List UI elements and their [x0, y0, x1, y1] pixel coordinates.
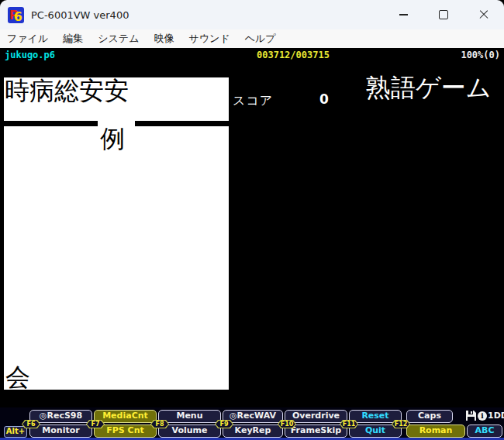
minimize-button[interactable]	[383, 0, 423, 29]
field-divider-left	[4, 121, 98, 126]
tape-counter: 003712/003715	[257, 50, 330, 60]
button-fpscnt[interactable]: FPS Cnt	[94, 425, 157, 438]
button-overdrive[interactable]: Overdrive	[285, 410, 347, 423]
score-value: 0	[319, 91, 329, 107]
close-icon	[479, 10, 488, 19]
fkey-badge-f8: F8	[150, 420, 169, 428]
menu-item-file[interactable]: ファイル	[7, 32, 48, 46]
button-recs98[interactable]: ◎RecS98	[29, 410, 92, 423]
game-screen: 時病総安安 例 会 スコア 0 熟語ゲーム	[0, 64, 504, 407]
maximize-icon	[439, 10, 448, 19]
alt-key-indicator[interactable]: Alt+	[4, 426, 27, 438]
menu-item-edit[interactable]: 編集	[63, 32, 83, 46]
menu-item-sound[interactable]: サウンド	[188, 32, 230, 46]
button-reset[interactable]: Reset	[349, 410, 402, 423]
button-caps[interactable]: Caps	[406, 410, 453, 423]
emulator-status-bar: jukugo.p6 003712/003715 100%(0)	[0, 48, 504, 64]
fkey-badge-f11: F11	[340, 420, 358, 428]
field-divider-right	[135, 121, 229, 126]
drive-indicator-icon	[478, 411, 487, 421]
window-controls	[383, 0, 504, 29]
game-title: 熟語ゲーム	[366, 74, 492, 101]
button-volume[interactable]: Volume	[158, 425, 221, 438]
drive-type-label: 1DD	[488, 411, 504, 421]
menu-item-video[interactable]: 映像	[154, 32, 174, 46]
drive-status-group: 1DD	[465, 410, 504, 421]
score-label: スコア	[233, 93, 273, 109]
maximize-button[interactable]	[423, 0, 464, 29]
button-menu[interactable]: Menu	[158, 410, 221, 423]
fkey-badge-f9: F9	[215, 420, 233, 428]
button-monitor[interactable]: Monitor	[29, 425, 92, 438]
menu-item-help[interactable]: ヘルプ	[245, 32, 276, 46]
fkey-badge-f6: F6	[22, 420, 40, 428]
kanji-queue-row: 時病総安安	[5, 77, 129, 105]
button-mediacnt[interactable]: MediaCnt	[94, 410, 157, 423]
fkey-badge-f12: F12	[392, 420, 410, 428]
app-icon: P 6	[8, 7, 24, 23]
emulator-window: P 6 PC-6001VW ver400 ファイル 編集 システム 映像 サウン…	[0, 0, 504, 440]
loaded-file-name: jukugo.p6	[5, 50, 55, 60]
floppy-disk-icon	[465, 410, 477, 421]
emulation-speed: 100%(0)	[461, 50, 500, 60]
function-key-bar: Alt+ ◎RecS98 Monitor MediaCnt FPS Cnt Me…	[0, 407, 504, 440]
window-title: PC-6001VW ver400	[31, 9, 129, 21]
title-bar[interactable]: P 6 PC-6001VW ver400	[0, 0, 504, 29]
minimize-icon	[399, 14, 408, 15]
play-field: 時病総安安 例 会	[4, 77, 229, 390]
button-abc[interactable]: ABC	[467, 425, 502, 438]
close-button[interactable]	[464, 0, 504, 29]
button-recwav[interactable]: ◎RecWAV	[223, 410, 283, 423]
button-roman[interactable]: Roman	[406, 425, 465, 438]
landed-kanji: 会	[5, 364, 30, 390]
falling-kanji: 例	[100, 125, 125, 152]
fkey-badge-f7: F7	[86, 420, 105, 428]
app-icon-letter-6: 6	[14, 9, 22, 25]
menu-item-system[interactable]: システム	[98, 32, 139, 46]
fkey-badge-f10: F10	[278, 420, 296, 428]
menu-bar: ファイル 編集 システム 映像 サウンド ヘルプ	[0, 29, 504, 48]
